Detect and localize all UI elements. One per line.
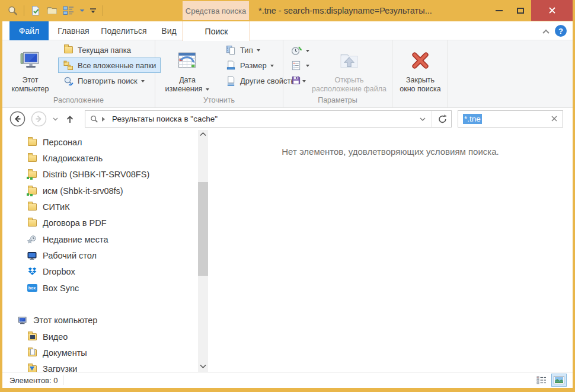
subfolders-icon	[63, 60, 74, 71]
qat-customize-button[interactable]	[88, 4, 98, 17]
breadcrumb[interactable]: Результаты поиска в "cache"	[112, 114, 218, 123]
sidebar-item-downloads[interactable]: Загрузки	[2, 361, 198, 372]
address-dropdown-button[interactable]	[415, 117, 430, 121]
dropdown-caret-icon	[257, 49, 260, 53]
search-input[interactable]: *.tne	[458, 110, 563, 128]
tab-share[interactable]: Поделиться	[96, 21, 152, 40]
up-button[interactable]	[64, 111, 76, 127]
box-sync-icon	[26, 283, 38, 293]
minimize-button[interactable]	[488, 0, 510, 21]
sidebar-item-desktop[interactable]: Рабочий стол	[2, 247, 198, 263]
repeat-search-option[interactable]: Повторить поиск	[58, 73, 161, 88]
title-bar: Средства поиска *.tne - search-ms:displa…	[0, 0, 575, 21]
current-folder-option[interactable]: Текущая папка	[58, 42, 161, 58]
tab-search-active[interactable]: Поиск	[183, 21, 250, 41]
repeat-search-icon	[63, 76, 74, 86]
forward-button[interactable]	[31, 111, 47, 127]
sidebar-item-this-pc[interactable]: Этот компьютер	[2, 313, 198, 329]
contextual-tab-group-label: Средства поиска	[183, 1, 249, 20]
sidebar-item-dogovora[interactable]: Договора в PDF	[2, 215, 198, 231]
computer-icon	[20, 45, 41, 76]
group-label-refine: Уточнить	[155, 96, 283, 104]
search-icon	[90, 115, 98, 123]
scroll-up-arrow[interactable]	[198, 132, 208, 136]
thumbnail-view-button[interactable]	[551, 374, 567, 387]
tab-home[interactable]: Главная	[55, 21, 92, 40]
collapse-ribbon-button[interactable]	[542, 26, 550, 37]
sidebar-item-ism[interactable]: исм (Shbk-it-srv08fs)	[2, 183, 198, 199]
qat-view-dropdown-icon[interactable]	[79, 4, 85, 17]
close-search-button[interactable]: Закрыть окно поиска	[394, 42, 446, 94]
refresh-button[interactable]	[433, 114, 451, 124]
scroll-down-arrow[interactable]	[198, 364, 208, 368]
recent-locations-dropdown[interactable]	[51, 111, 59, 127]
back-button[interactable]	[9, 111, 25, 127]
documents-folder-icon	[26, 348, 38, 358]
folder-icon	[26, 137, 38, 147]
quick-access-toolbar	[6, 0, 104, 21]
tab-view[interactable]: Вид	[155, 21, 183, 40]
network-folder-icon	[26, 186, 38, 196]
qat-properties-button[interactable]	[29, 4, 42, 17]
open-file-location-button[interactable]: Открыть расположение файла	[309, 42, 389, 94]
address-separator	[432, 111, 432, 127]
address-bar-row: Результаты поиска в "cache" *.tne	[2, 108, 573, 130]
qat-new-folder-button[interactable]	[46, 4, 59, 17]
open-location-icon	[338, 45, 360, 76]
search-query-selected-text: *.tne	[463, 114, 482, 124]
ribbon-tab-row: Файл Главная Поделиться Вид Поиск ?	[2, 21, 573, 40]
status-separator	[63, 375, 63, 385]
explorer-window: Средства поиска *.tne - search-ms:displa…	[0, 0, 575, 392]
scrollbar-thumb[interactable]	[198, 182, 208, 276]
sidebar-item-documents[interactable]: Документы	[2, 345, 198, 361]
clear-search-button[interactable]	[551, 114, 558, 125]
sidebar-item-kladoiskatel[interactable]: Кладоискатель	[2, 150, 198, 166]
maximize-button[interactable]	[510, 0, 531, 21]
all-subfolders-option[interactable]: Все вложенные папки	[58, 58, 161, 73]
items-count: Элементов: 0	[9, 372, 58, 388]
group-label-location: Расположение	[2, 96, 155, 104]
qat-search-icon[interactable]	[6, 4, 19, 17]
group-label-options: Параметры	[283, 96, 392, 104]
file-size-icon	[225, 60, 237, 71]
close-icon	[548, 7, 556, 14]
recent-searches-button[interactable]	[289, 44, 302, 58]
folder-icon	[26, 218, 38, 228]
qat-view-switcher-button[interactable]	[62, 4, 75, 17]
sidebar-section-gap	[2, 296, 198, 312]
downloads-folder-icon	[26, 364, 38, 372]
folder-icon	[26, 154, 38, 164]
close-button[interactable]	[531, 0, 573, 21]
minimize-icon	[496, 10, 503, 11]
dropbox-icon	[26, 267, 38, 277]
sidebar-item-recent-places[interactable]: Недавние места	[2, 231, 198, 247]
dropdown-caret-icon	[141, 80, 145, 84]
address-bar[interactable]: Результаты поиска в "cache"	[85, 110, 452, 128]
sidebar-item-sitik[interactable]: СИТиК	[2, 199, 198, 215]
qat-separator	[103, 5, 103, 16]
sidebar-item-dropbox[interactable]: Dropbox	[2, 264, 198, 280]
sidebar-item-personal[interactable]: Персонал	[2, 134, 198, 150]
status-bar: Элементов: 0	[2, 372, 573, 388]
sidebar-scrollbar[interactable]	[198, 130, 208, 372]
qat-separator	[24, 5, 24, 16]
advanced-options-button[interactable]	[289, 59, 302, 72]
video-folder-icon	[26, 332, 38, 342]
date-modified-button[interactable]: Дата изменения	[159, 42, 216, 94]
dropdown-caret-icon	[206, 88, 209, 93]
folder-icon	[26, 202, 38, 212]
this-pc-button[interactable]: Этот компьютер	[5, 42, 56, 94]
sidebar-item-distrib[interactable]: Distrib (SHBK-IT-SRV08FS)	[2, 167, 198, 183]
details-view-button[interactable]	[534, 374, 549, 387]
ribbon-group-location: Этот компьютер Текущая папка Все вложенн…	[2, 40, 155, 108]
save-search-button[interactable]	[289, 74, 302, 87]
sidebar-item-box-sync[interactable]: Box Sync	[2, 280, 198, 296]
network-folder-icon	[26, 170, 38, 180]
ribbon-group-options: Открыть расположение файла Параметры	[283, 40, 392, 108]
tab-file[interactable]: Файл	[9, 21, 49, 40]
content-area: Персонал Кладоискатель Distrib (SHBK-IT-…	[2, 130, 573, 372]
maximize-icon	[517, 8, 524, 14]
sidebar-item-video[interactable]: Видео	[2, 329, 198, 345]
help-button[interactable]: ?	[555, 25, 567, 37]
computer-icon	[17, 315, 28, 326]
